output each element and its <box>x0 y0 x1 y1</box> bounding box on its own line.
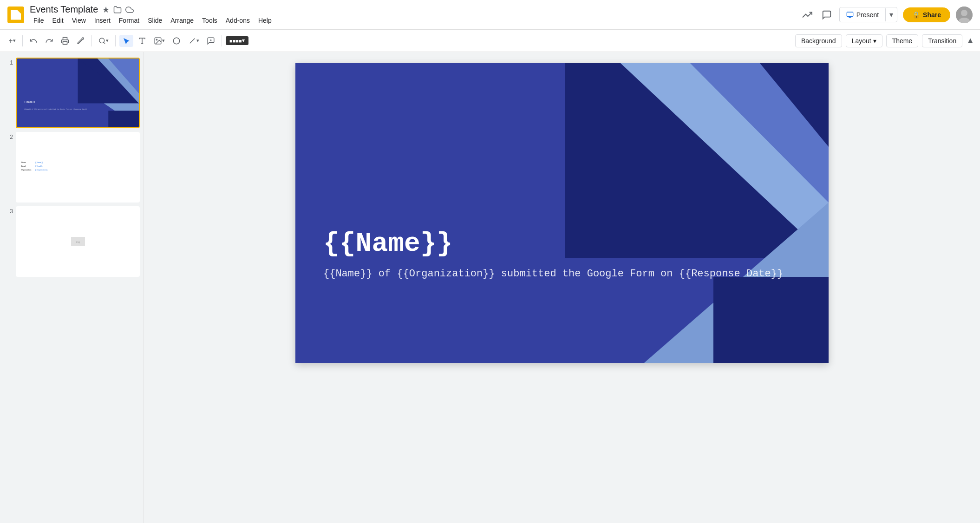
slide-content: {{Name}} {{Name}} of {{Organization}} su… <box>323 229 783 280</box>
slide-canvas: {{Name}} {{Name}} of {{Organization}} su… <box>295 63 829 363</box>
cursor-tool[interactable] <box>119 35 133 47</box>
slide-thumbnail-3[interactable]: img <box>16 206 140 277</box>
document-title[interactable]: Events Template <box>30 4 98 15</box>
menu-arrange[interactable]: Arrange <box>167 16 197 25</box>
collapse-toolbar-button[interactable]: ▲ <box>966 36 974 46</box>
image-tool[interactable]: ▾ <box>151 35 168 47</box>
redo-button[interactable] <box>42 35 56 47</box>
svg-marker-27 <box>644 203 829 363</box>
slide-toolbar-right: Background Layout ▾ Theme Transition ▲ <box>795 34 974 47</box>
svg-point-2 <box>961 10 967 16</box>
slide-area[interactable]: {{Name}} {{Name}} of {{Organization}} su… <box>144 52 980 523</box>
slide-number-3: 3 <box>2 206 13 215</box>
svg-rect-4 <box>63 41 67 44</box>
shape-tool[interactable] <box>170 35 183 47</box>
thumb3-image: img <box>71 237 85 246</box>
svg-line-6 <box>104 42 105 44</box>
share-button[interactable]: 🔒 Share <box>903 7 950 22</box>
separator-1 <box>22 35 23 46</box>
transition-button[interactable]: Transition <box>922 34 962 47</box>
present-main[interactable]: Present <box>840 8 886 21</box>
comment-icon[interactable] <box>820 8 834 22</box>
paintformat-button[interactable] <box>74 35 88 47</box>
text-tool[interactable] <box>135 35 149 47</box>
svg-marker-26 <box>760 63 829 147</box>
main-content: 1 {{Name}} {{Name}} <box>0 52 980 523</box>
lock-icon: 🔒 <box>912 11 920 19</box>
menu-edit[interactable]: Edit <box>49 16 67 25</box>
menu-slide[interactable]: Slide <box>144 16 166 25</box>
slide-thumb-2[interactable]: 2 Name {{ Name }} Email {{ Email }} Or <box>0 130 144 204</box>
present-label: Present <box>856 11 879 19</box>
cloud-icon[interactable] <box>125 6 134 14</box>
user-avatar[interactable] <box>956 7 973 23</box>
menu-file[interactable]: File <box>30 16 48 25</box>
slide-thumbnail-2[interactable]: Name {{ Name }} Email {{ Email }} Organi… <box>16 132 140 203</box>
menu-addons[interactable]: Add-ons <box>222 16 254 25</box>
undo-button[interactable] <box>26 35 40 47</box>
slide-main-title[interactable]: {{Name}} <box>323 229 783 259</box>
thumb1-subtitle: {{Name}} of {{Organization}} submitted t… <box>24 108 87 110</box>
svg-rect-20 <box>108 111 139 127</box>
separator-2 <box>91 35 92 46</box>
print-button[interactable] <box>58 35 72 47</box>
svg-line-12 <box>190 38 195 43</box>
slide-number-2: 2 <box>2 132 13 140</box>
star-icon[interactable]: ★ <box>102 5 110 15</box>
share-label: Share <box>923 11 941 19</box>
svg-rect-0 <box>847 12 853 16</box>
svg-point-10 <box>156 39 157 40</box>
doc-title-area: Events Template ★ File Edit View Insert … <box>30 4 800 25</box>
thumb2-row-org: Organization {{ Organization }} <box>21 169 134 171</box>
trending-icon[interactable] <box>800 8 814 22</box>
separator-4 <box>222 35 222 46</box>
layout-button[interactable]: Layout ▾ <box>846 34 882 47</box>
svg-text:img: img <box>76 241 79 243</box>
comment-tool[interactable] <box>204 35 218 47</box>
menu-view[interactable]: View <box>68 16 90 25</box>
slide-number-1: 1 <box>2 58 13 66</box>
separator-3 <box>115 35 116 46</box>
toolbar: + ▾ ▾ ▾ ▾ ■■■■ ▾ Background <box>0 30 980 52</box>
zoom-button[interactable]: ▾ <box>96 35 111 46</box>
menu-help[interactable]: Help <box>255 16 275 25</box>
thumb2-row-name: Name {{ Name }} <box>21 162 134 163</box>
slide-subtitle[interactable]: {{Name}} of {{Organization}} submitted t… <box>323 268 783 280</box>
menu-bar: File Edit View Insert Format Slide Arran… <box>30 16 800 25</box>
slide-thumbnail-1[interactable]: {{Name}} {{Name}} of {{Organization}} su… <box>16 58 140 128</box>
menu-tools[interactable]: Tools <box>198 16 221 25</box>
menu-insert[interactable]: Insert <box>91 16 114 25</box>
thumb2-row-email: Email {{ Email }} <box>21 165 134 167</box>
present-button[interactable]: Present ▾ <box>839 7 897 22</box>
app-icon[interactable] <box>7 7 24 23</box>
svg-marker-25 <box>690 63 829 203</box>
present-dropdown[interactable]: ▾ <box>886 7 897 22</box>
slide-thumb-1[interactable]: 1 {{Name}} {{Name}} <box>0 56 144 130</box>
svg-point-11 <box>173 38 180 44</box>
thumb1-title: {{Name}} <box>24 100 35 103</box>
theme-button[interactable]: Theme <box>886 34 919 47</box>
background-button[interactable]: Background <box>795 34 842 47</box>
folder-icon[interactable] <box>113 6 122 14</box>
title-bar: Events Template ★ File Edit View Insert … <box>0 0 980 30</box>
svg-rect-28 <box>713 277 829 363</box>
slides-panel: 1 {{Name}} {{Name}} <box>0 52 144 523</box>
menu-format[interactable]: Format <box>115 16 143 25</box>
add-button[interactable]: + ▾ <box>6 35 19 47</box>
title-actions: Present ▾ 🔒 Share <box>800 7 973 23</box>
keyboard-button[interactable]: ■■■■ ▾ <box>226 36 248 45</box>
slide-thumb-3[interactable]: 3 img <box>0 204 144 279</box>
line-tool[interactable]: ▾ <box>185 35 202 47</box>
svg-point-5 <box>99 38 105 43</box>
